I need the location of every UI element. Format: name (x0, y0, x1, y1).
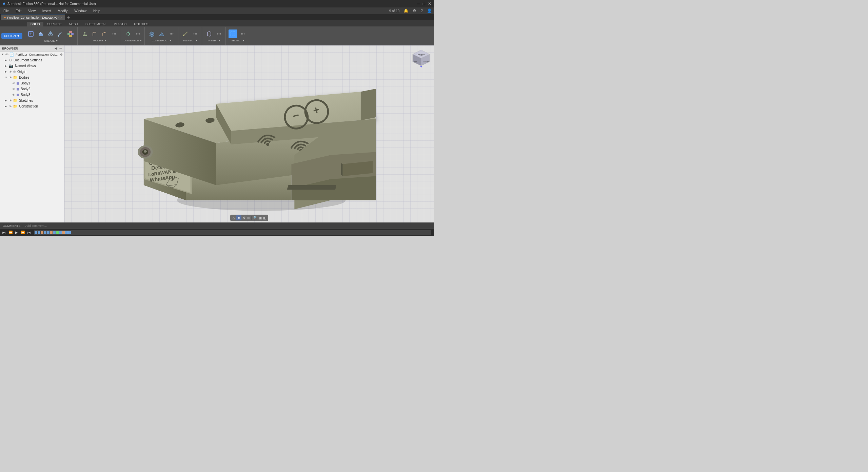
menu-insert[interactable]: Insert (41, 8, 52, 14)
timeline-rewind-button[interactable]: ⏮ (1, 230, 7, 235)
timeline-item-1 (35, 231, 37, 234)
home-view-button[interactable]: ⌂ (232, 216, 235, 220)
offset-plane-button[interactable] (147, 29, 156, 38)
doc-settings-icon: ⚙ (9, 58, 12, 62)
menu-view[interactable]: View (27, 8, 37, 14)
tree-root[interactable]: ▼ 👁 📄 Fertilizer_Contamination_Det... ⚙ (0, 52, 64, 57)
menu-edit[interactable]: Edit (14, 8, 23, 14)
insert-derive-button[interactable] (205, 29, 214, 38)
zoom-in-button[interactable]: 🔍 (253, 216, 257, 220)
menu-help[interactable]: Help (92, 8, 102, 14)
tree-named-views[interactable]: ▶ 📷 Named Views (0, 63, 64, 69)
menu-file[interactable]: File (2, 8, 10, 14)
tab-utilities[interactable]: UTILITIES (131, 22, 152, 26)
timeline-end-button[interactable]: ⏭ (26, 230, 32, 235)
tree-body2[interactable]: 👁 ◼ Body2 (0, 86, 64, 92)
svg-point-40 (241, 34, 242, 35)
timeline-item-12 (68, 231, 71, 234)
design-dropdown-button[interactable]: DESIGN ▼ (1, 33, 22, 39)
comments-hint: Add comment... (25, 224, 47, 228)
tree-body1[interactable]: 👁 ◼ Body1 (0, 80, 64, 86)
more-inspect-button[interactable] (191, 29, 200, 38)
angle-plane-button[interactable] (157, 29, 166, 38)
tab-sheet-metal[interactable]: SHEET METAL (82, 22, 110, 26)
tab-surface[interactable]: SURFACE (44, 22, 65, 26)
viewport[interactable]: AI-driven Fertilizer Contamination Detec… (64, 45, 434, 222)
insert-icons (205, 29, 223, 38)
doc-settings-expand: ▶ (5, 59, 8, 62)
pan-button[interactable]: ✥ (243, 216, 245, 220)
construct-arrow: ▼ (170, 39, 172, 42)
menu-modify[interactable]: Modify (56, 8, 69, 14)
timeline-item-11 (65, 231, 68, 234)
notifications-icon[interactable]: 🔔 (403, 8, 409, 13)
settings-icon[interactable]: ⚙ (413, 8, 416, 13)
orbit-button[interactable]: ↻ (236, 215, 241, 220)
select-arrow: ▼ (242, 39, 245, 42)
svg-point-35 (196, 34, 197, 35)
more-modify-button[interactable] (110, 29, 119, 38)
tab-plastic[interactable]: PLASTIC (111, 22, 130, 26)
chamfer-button[interactable] (100, 29, 109, 38)
tab-mesh[interactable]: MESH (66, 22, 81, 26)
more-insert-button[interactable] (215, 29, 223, 38)
timeline-play-button[interactable]: ▶ (14, 230, 19, 235)
minimize-button[interactable]: ─ (417, 1, 420, 6)
body1-eye-icon: 👁 (12, 82, 15, 85)
construct-label: CONSTRUCT ▼ (152, 39, 172, 42)
tree-bodies[interactable]: ▼ 👁 📁 Bodies (0, 75, 64, 80)
zoom-fit-button[interactable]: ⊞ (247, 216, 250, 220)
view-cube[interactable]: FRONT LEFT RIGHT Z (411, 48, 431, 68)
more-create-button[interactable] (66, 29, 75, 39)
svg-line-30 (183, 32, 188, 36)
timeline-prev-button[interactable]: ⏪ (7, 230, 14, 235)
new-component-button[interactable] (26, 29, 35, 38)
more-select-button[interactable] (238, 29, 247, 38)
fillet-button[interactable] (90, 29, 99, 38)
display-mode-button[interactable]: ▣ (259, 216, 262, 220)
select-mode-button[interactable] (229, 29, 237, 38)
tree-doc-settings[interactable]: ▶ ⚙ Document Settings (0, 57, 64, 63)
revolve-button[interactable] (46, 29, 55, 38)
timeline-next-button[interactable]: ⏩ (20, 230, 26, 235)
measure-button[interactable] (181, 29, 190, 38)
more-assemble-button[interactable] (134, 29, 142, 38)
insert-label: INSERT ▼ (208, 39, 221, 42)
tree-sketches[interactable]: ▶ 👁 📁 Sketches (0, 98, 64, 103)
tree-body3[interactable]: 👁 ◼ Body3 (0, 92, 64, 98)
press-pull-button[interactable] (80, 29, 89, 38)
tab-solid[interactable]: SOLID (27, 22, 43, 26)
sidebar-header: BROWSER ◀ ⋯ (0, 45, 64, 52)
close-button[interactable]: ✕ (428, 1, 431, 6)
timeline-item-8 (56, 231, 59, 234)
timeline-track (34, 230, 431, 235)
svg-point-29 (173, 34, 174, 35)
help-icon[interactable]: ? (420, 8, 423, 13)
svg-point-7 (58, 35, 59, 37)
toolbar-tabs: SOLID SURFACE MESH SHEET METAL PLASTIC U… (0, 20, 434, 26)
tab-close-icon[interactable]: ✕ (60, 16, 62, 19)
add-tab-button[interactable]: + (66, 15, 71, 20)
root-settings-icon[interactable]: ⚙ (60, 53, 63, 56)
sweep-button[interactable] (56, 29, 65, 38)
active-tab[interactable]: ● Fertilizer_Contamination_Detector.v2* … (1, 15, 65, 20)
svg-point-14 (113, 34, 114, 35)
tree-origin[interactable]: ▶ 👁 ⊕ Origin (0, 69, 64, 75)
visual-style-button[interactable]: ◧ (263, 216, 266, 220)
tabbar: ● Fertilizer_Contamination_Detector.v2* … (0, 14, 434, 20)
sidebar-expand-icon[interactable]: ◀ (55, 46, 57, 50)
bodies-expand: ▼ (5, 76, 8, 79)
bodies-folder-icon: 📁 (13, 75, 18, 80)
user-icon[interactable]: 👤 (427, 8, 432, 13)
joint-button[interactable] (124, 29, 133, 38)
tab-label: Fertilizer_Contamination_Detector.v2* (7, 16, 59, 19)
extrude-button[interactable] (36, 29, 45, 38)
svg-point-16 (115, 34, 116, 35)
svg-point-68 (144, 150, 147, 153)
titlebar-right: ─ □ ✕ (417, 1, 431, 6)
maximize-button[interactable]: □ (423, 1, 425, 6)
sidebar-options-icon[interactable]: ⋯ (59, 46, 62, 50)
tree-construction[interactable]: ▶ 👁 📁 Construction (0, 103, 64, 109)
more-construct-button[interactable] (167, 29, 176, 38)
menu-window[interactable]: Window (73, 8, 88, 14)
